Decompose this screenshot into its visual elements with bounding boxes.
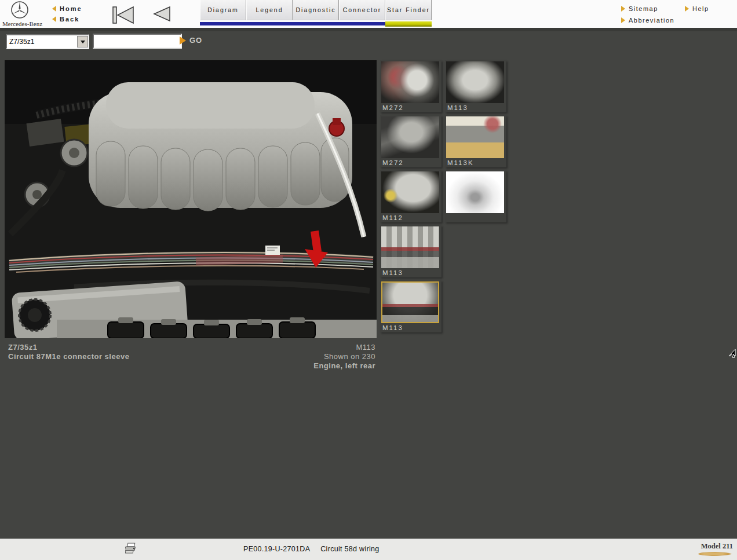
link-label: Help [692, 5, 709, 12]
application-window: Mercedes-Benz HomeBack DiagramLegendDiag… [0, 0, 737, 560]
utility-links: SitemapHelpAbbreviation [621, 4, 731, 27]
thumbnail-image [381, 281, 439, 323]
tab-diagnostic[interactable]: Diagnostic [293, 0, 339, 27]
print-icon[interactable] [125, 543, 138, 554]
model-swoosh-icon [698, 552, 732, 556]
gold-arrow-icon [621, 17, 625, 23]
mouse-cursor [728, 349, 736, 358]
tab-label: Connector [343, 6, 381, 13]
document-code: PE00.19-U-2701DA [243, 545, 310, 553]
component-select-value: Z7/35z1 [7, 38, 77, 46]
search-input[interactable] [93, 34, 182, 49]
thumbnail-label: M113K [447, 159, 505, 167]
link-label: Back [60, 16, 79, 23]
thumbnail-m113k-4[interactable]: M113K [445, 115, 506, 167]
thumbnail-label [447, 214, 505, 222]
caption-description: Circuit 87M1e connector sleeve [8, 352, 129, 361]
tab-diagram[interactable]: Diagram [200, 0, 246, 27]
model-label: Model 211 [692, 542, 733, 551]
chevron-down-icon [81, 41, 85, 43]
thumbnail-label: M112 [382, 214, 440, 222]
link-home[interactable]: Home [52, 3, 82, 14]
thumbnail-m113-2[interactable]: M113 [445, 60, 506, 112]
tab-underline [385, 21, 432, 27]
status-bar: PE00.19-U-2701DACircuit 58d wiring Model… [0, 539, 737, 560]
go-arrow-icon [180, 36, 186, 45]
caption-left: Z7/35z1 Circuit 87M1e connector sleeve [8, 343, 129, 361]
tab-underline [246, 22, 293, 25]
thumbnail-m113-7[interactable]: M113 [380, 225, 442, 277]
thumbnail-label: M272 [382, 104, 440, 112]
caption-location: Engine, left rear [202, 361, 375, 371]
link-label: Sitemap [629, 5, 658, 12]
thumbnail-image [446, 116, 504, 158]
brand-name: Mercedes-Benz [2, 20, 49, 27]
engine-photo-illustration [5, 60, 377, 338]
tab-star-finder[interactable]: Star Finder [385, 0, 432, 27]
thumbnail-label: M113 [382, 324, 440, 332]
thumbnail-image [446, 61, 504, 103]
caption-shown-on: Shown on 230 [202, 352, 375, 361]
quick-links: HomeBack [52, 3, 82, 24]
link-back[interactable]: Back [52, 14, 82, 24]
tab-underline [339, 22, 385, 25]
header-divider [0, 28, 737, 31]
gold-arrow-icon [52, 16, 56, 22]
tab-underline [200, 22, 246, 25]
mercedes-star-icon [9, 1, 30, 20]
tab-label: Diagram [207, 6, 239, 13]
link-label: Abbreviation [629, 17, 674, 24]
link-label: Home [60, 5, 82, 12]
previous-page-icon[interactable] [152, 6, 172, 22]
main-photo [5, 60, 377, 338]
thumbnail-m113-8[interactable]: M113 [380, 280, 442, 332]
tab-legend[interactable]: Legend [246, 0, 293, 27]
gold-arrow-icon [621, 6, 625, 12]
first-page-icon[interactable] [111, 6, 136, 24]
thumbnail-label: M272 [382, 159, 440, 167]
tab-bar: DiagramLegendDiagnosticConnectorStar Fin… [200, 0, 432, 27]
thumbnail-image [381, 171, 439, 213]
thumbnail-image [381, 61, 439, 103]
brand-logo-block: Mercedes-Benz [2, 1, 49, 27]
thumbnail-m112-5[interactable]: M112 [380, 170, 442, 222]
caption-code: Z7/35z1 [8, 343, 129, 352]
dropdown-button[interactable] [77, 36, 88, 47]
thumbnail-label: M113 [447, 104, 505, 112]
thumbnail-image [381, 116, 439, 158]
component-select[interactable]: Z7/35z1 [6, 34, 89, 49]
go-button[interactable]: GO [180, 36, 202, 45]
document-info: PE00.19-U-2701DACircuit 58d wiring [243, 545, 380, 553]
thumbnail-m272-1[interactable]: M272 [380, 60, 442, 112]
caption-engine-code: M113 [202, 343, 375, 352]
document-title: Circuit 58d wiring [320, 545, 379, 553]
history-nav [111, 6, 172, 24]
tab-label: Legend [256, 6, 283, 13]
thumbnail-list: M272M113M272M113KM112M113M113 [380, 60, 506, 332]
link-sitemap[interactable]: Sitemap [621, 4, 685, 13]
tab-label: Star Finder [387, 6, 430, 13]
thumbnail-label: M113 [382, 269, 440, 277]
link-help[interactable]: Help [685, 4, 731, 13]
thumbnail-image [446, 171, 504, 213]
gold-arrow-icon [52, 6, 56, 12]
tab-underline [293, 22, 339, 25]
thumbnail-m272-3[interactable]: M272 [380, 115, 442, 167]
tab-label: Diagnostic [295, 6, 335, 13]
thumbnail-vehicle-6[interactable] [445, 170, 506, 222]
gold-arrow-icon [685, 6, 689, 12]
thumbnail-image [381, 226, 439, 268]
model-badge: Model 211 [692, 542, 733, 556]
link-abbreviation[interactable]: Abbreviation [621, 16, 731, 25]
caption-right: M113 Shown on 230 Engine, left rear [202, 343, 375, 371]
tab-connector[interactable]: Connector [339, 0, 385, 27]
go-label: GO [189, 36, 202, 45]
header-bar: Mercedes-Benz HomeBack DiagramLegendDiag… [0, 0, 737, 28]
